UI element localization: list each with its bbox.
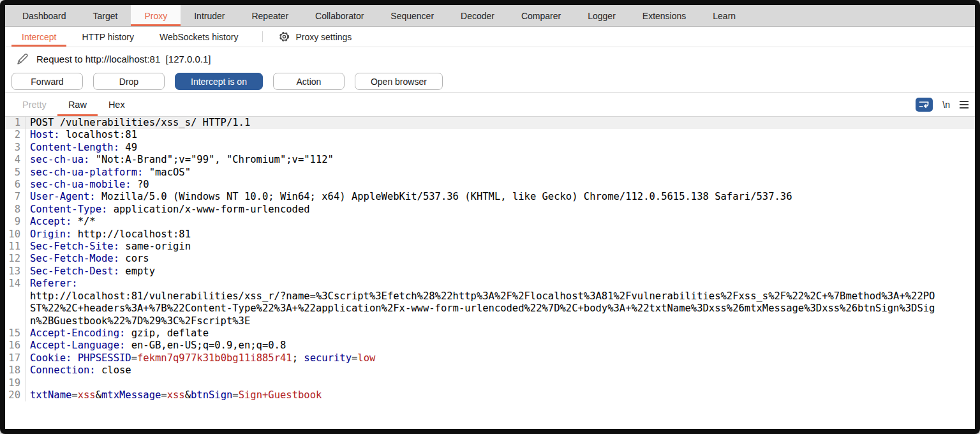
line-content: User-Agent: Mozilla/5.0 (Windows NT 10.0… <box>26 191 792 203</box>
gear-icon <box>278 31 290 43</box>
forward-button[interactable]: Forward <box>11 73 83 90</box>
editor-line[interactable]: 3Content-Length: 49 <box>5 142 975 154</box>
editor-line[interactable]: 4sec-ch-ua: "Not:A-Brand";v="99", "Chrom… <box>5 154 975 166</box>
tab-intruder[interactable]: Intruder <box>181 5 238 26</box>
editor-line[interactable]: 11Sec-Fetch-Site: same-origin <box>5 241 975 253</box>
tab-collaborator[interactable]: Collaborator <box>302 5 377 26</box>
line-segment: POST /vulnerabilities/xss_s/ HTTP/1.1 <box>30 117 250 128</box>
proxy-sub-tab-bar: InterceptHTTP historyWebSockets history … <box>5 27 975 47</box>
editor-line[interactable]: 18Connection: close <box>5 364 975 377</box>
view-tab-hex[interactable]: Hex <box>98 93 136 116</box>
line-number: 11 <box>5 241 26 253</box>
line-number: 18 <box>5 364 26 377</box>
tab-learn[interactable]: Learn <box>699 5 749 26</box>
line-number: 6 <box>5 179 26 191</box>
sub-tab-http-history[interactable]: HTTP history <box>71 27 144 47</box>
line-segment: */* <box>71 216 95 227</box>
line-content: Sec-Fetch-Site: same-origin <box>26 241 191 253</box>
line-segment: sec-ch-ua-mobile: <box>30 179 131 190</box>
hamburger-menu-icon[interactable] <box>960 101 969 108</box>
main-tab-bar: DashboardTargetProxyIntruderRepeaterColl… <box>5 5 975 27</box>
line-number: 8 <box>5 204 26 216</box>
line-segment: User-Agent: <box>30 191 96 202</box>
action-button[interactable]: Action <box>273 73 345 90</box>
word-wrap-icon[interactable] <box>916 98 933 112</box>
sub-tab-intercept[interactable]: Intercept <box>11 27 66 47</box>
line-content: POST /vulnerabilities/xss_s/ HTTP/1.1 <box>26 117 250 129</box>
editor-line[interactable]: 20txtName=xss&mtxMessage=xss&btnSign=Sig… <box>5 389 975 401</box>
editor-line[interactable]: 7User-Agent: Mozilla/5.0 (Windows NT 10.… <box>5 191 975 203</box>
line-segment: n%2BGuestbook%22%7D%29%3C%2Fscript%3E <box>30 315 250 327</box>
intercept-toolbar: ForwardDropIntercept is onActionOpen bro… <box>5 71 975 93</box>
tab-extensions[interactable]: Extensions <box>629 5 699 26</box>
editor-line[interactable]: 16Accept-Language: en-GB,en-US;q=0.9,en;… <box>5 340 975 352</box>
view-tab-pretty[interactable]: Pretty <box>11 93 57 116</box>
open-browser-button[interactable]: Open browser <box>355 73 443 90</box>
line-content: Referer: <box>26 278 78 290</box>
tab-dashboard[interactable]: Dashboard <box>9 5 80 26</box>
line-segment: = <box>131 352 137 364</box>
line-segment: mtxMessage <box>101 389 161 401</box>
line-segment: txtName <box>30 389 71 401</box>
view-tab-raw[interactable]: Raw <box>57 93 98 116</box>
line-segment: gzip, deflate <box>125 327 209 339</box>
show-newlines-toggle[interactable]: \n <box>942 100 950 110</box>
tab-decoder[interactable]: Decoder <box>447 5 508 26</box>
tab-sequencer[interactable]: Sequencer <box>377 5 447 26</box>
line-content: Cookie: PHPSESSID=fekmn7q977k31b0bg11i88… <box>26 352 375 364</box>
tab-repeater[interactable]: Repeater <box>238 5 302 26</box>
line-number: 9 <box>5 216 26 228</box>
line-number: 4 <box>5 154 26 166</box>
line-number: 1 <box>5 117 26 129</box>
editor-line[interactable]: n%2BGuestbook%22%7D%29%3C%2Fscript%3E <box>5 315 975 327</box>
line-content: Origin: http://localhost:81 <box>26 228 191 241</box>
line-number: 16 <box>5 340 26 352</box>
line-number: 13 <box>5 266 26 278</box>
editor-line[interactable]: 9Accept: */* <box>5 216 975 228</box>
drop-button[interactable]: Drop <box>93 73 165 90</box>
editor-line[interactable]: 13Sec-Fetch-Dest: empty <box>5 266 975 278</box>
editor-line[interactable]: 15Accept-Encoding: gzip, deflate <box>5 327 975 340</box>
tab-target[interactable]: Target <box>80 5 131 26</box>
editor-line[interactable]: 6sec-ch-ua-mobile: ?0 <box>5 179 975 191</box>
burp-suite-window: DashboardTargetProxyIntruderRepeaterColl… <box>0 0 980 434</box>
tab-comparer[interactable]: Comparer <box>508 5 574 26</box>
line-content: http://localhost:81/vulnerabilities/xss_… <box>26 290 935 303</box>
line-number: 7 <box>5 191 26 203</box>
intercept-request-banner: Request to http://localhost:81 [127.0.0.… <box>5 47 975 71</box>
request-editor[interactable]: 1POST /vulnerabilities/xss_s/ HTTP/1.12H… <box>5 117 975 401</box>
editor-line[interactable]: 12Sec-Fetch-Mode: cors <box>5 253 975 265</box>
line-segment: Accept: <box>30 216 71 227</box>
sub-tab-divider <box>262 31 263 42</box>
tab-proxy[interactable]: Proxy <box>131 5 181 26</box>
line-number: 17 <box>5 352 26 364</box>
line-segment: & <box>185 389 191 401</box>
tab-logger[interactable]: Logger <box>574 5 629 26</box>
line-number: 19 <box>5 377 26 389</box>
line-segment: Referer: <box>30 278 78 289</box>
editor-line[interactable]: 5sec-ch-ua-platform: "macOS" <box>5 167 975 179</box>
intercept-is-on-button[interactable]: Intercept is on <box>175 73 263 90</box>
editor-line[interactable]: 10Origin: http://localhost:81 <box>5 228 975 241</box>
editor-line[interactable]: 17Cookie: PHPSESSID=fekmn7q977k31b0bg11i… <box>5 352 975 364</box>
editor-header-controls: \n <box>916 93 975 116</box>
line-segment: "Not:A-Brand";v="99", "Chromium";v="112" <box>89 154 334 165</box>
message-editor-header: PrettyRawHex \n <box>5 93 975 117</box>
editor-line[interactable]: 1POST /vulnerabilities/xss_s/ HTTP/1.1 <box>5 117 975 129</box>
sub-tab-websockets-history[interactable]: WebSockets history <box>149 27 248 47</box>
editor-line[interactable]: http://localhost:81/vulnerabilities/xss_… <box>5 290 975 303</box>
line-segment: Sign+Guestbook <box>239 389 322 401</box>
line-content: Sec-Fetch-Dest: empty <box>26 266 155 278</box>
line-content: Accept-Language: en-GB,en-US;q=0.9,en;q=… <box>26 340 286 352</box>
line-segment: Accept-Language: <box>30 340 125 351</box>
line-segment: = <box>352 352 357 364</box>
editor-line[interactable]: 14Referer: <box>5 278 975 290</box>
line-segment: cors <box>119 253 149 264</box>
editor-line[interactable]: 2Host: localhost:81 <box>5 129 975 141</box>
proxy-settings-button[interactable]: Proxy settings <box>272 27 358 47</box>
editor-line[interactable]: 19 <box>5 377 975 389</box>
line-content: Content-Type: application/x-www-form-url… <box>26 204 310 216</box>
line-content: Content-Length: 49 <box>26 142 137 154</box>
editor-line[interactable]: ST%22%2C+headers%3A+%7B%22Content-Type%2… <box>5 303 975 315</box>
editor-line[interactable]: 8Content-Type: application/x-www-form-ur… <box>5 204 975 216</box>
